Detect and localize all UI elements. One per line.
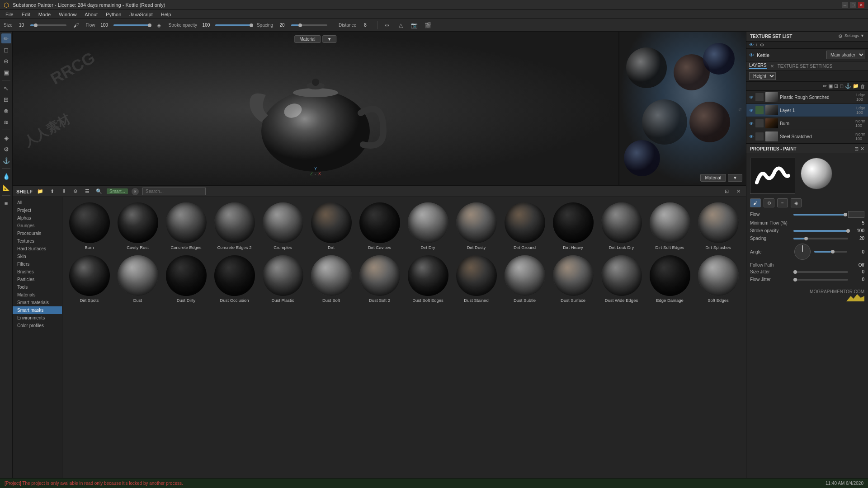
distance-value[interactable]: 8 [359, 23, 372, 28]
layer-paint-icon[interactable]: ✏ [823, 83, 827, 89]
layer-eye-0[interactable]: 👁 [749, 95, 754, 100]
texture-set-eye[interactable]: 👁 [749, 52, 754, 58]
spacing-prop-slider[interactable] [793, 238, 848, 239]
smear-tool[interactable]: ≋ [1, 117, 11, 127]
viewport-left[interactable]: RRCG 人人素材 [13, 32, 619, 185]
texture-set-shader[interactable]: Main shader [826, 51, 865, 59]
shelf-item-dust_dirty[interactable]: Dust Dirty [163, 253, 209, 305]
fill-tool[interactable]: ▣ [1, 67, 11, 77]
layer-mask-icon[interactable]: ◻ [840, 83, 844, 89]
eye-dropper-tool[interactable]: 💧 [1, 171, 11, 181]
shelf-item-dust_soft[interactable]: Dust Soft [308, 253, 354, 305]
select-tool[interactable]: ↖ [1, 83, 11, 93]
category-item-textures[interactable]: Textures [13, 237, 62, 245]
prop-tab-settings[interactable]: ⚙ [764, 198, 774, 207]
shelf-item-dirt[interactable]: Dirt [308, 201, 354, 252]
minimize-button[interactable]: ─ [842, 2, 848, 8]
ts-add-icon[interactable]: + [755, 42, 758, 47]
shelf-filter-clear[interactable]: ✕ [132, 188, 139, 195]
anchor-tool[interactable]: ⚓ [1, 155, 11, 165]
shelf-new-icon[interactable]: 📁 [36, 188, 44, 196]
shelf-item-dirt_spots[interactable]: Dirt Spots [66, 253, 113, 305]
shelf-filter-tag[interactable]: Smart... [107, 188, 128, 194]
symmetry-icon[interactable]: ⇔ [383, 21, 391, 29]
menu-window[interactable]: Window [55, 11, 80, 18]
shelf-item-dust_plastic[interactable]: Dust Plastic [259, 253, 306, 305]
shelf-filter-icon[interactable]: ☰ [83, 188, 91, 196]
render-icon[interactable]: 🎬 [424, 21, 432, 29]
texture-set-name[interactable]: Kettle [757, 52, 824, 58]
viewport-mode-btn-left[interactable]: Material [294, 35, 321, 43]
transform-tool[interactable]: ⊞ [1, 94, 11, 104]
shelf-item-edge_damage[interactable]: Edge Damage [646, 253, 693, 305]
shelf-item-soft_edges[interactable]: Soft Edges [695, 253, 741, 305]
category-item-alphas[interactable]: Alphas [13, 214, 62, 222]
menu-javascript[interactable]: JavaScript [126, 11, 156, 18]
category-item-color_profiles[interactable]: Color profiles [13, 322, 62, 329]
flow-slider[interactable] [113, 24, 150, 26]
shelf-item-dust[interactable]: Dust [114, 253, 161, 305]
flow-jitter-slider[interactable] [793, 279, 848, 281]
paint-tool[interactable]: ✏ [1, 33, 11, 43]
size-value[interactable]: 10 [15, 23, 28, 28]
eraser-tool[interactable]: ◻ [1, 45, 11, 55]
shelf-import-icon[interactable]: ⬆ [48, 188, 56, 196]
shelf-item-dust_surface[interactable]: Dust Surface [550, 253, 596, 305]
ts-dropdown-icon[interactable]: Settings ▼ [844, 33, 864, 39]
layer-folder-icon[interactable]: 📁 [853, 83, 859, 89]
shelf-item-crumples[interactable]: Crumples [259, 201, 306, 252]
shelf-item-dust_soft_edges[interactable]: Dust Soft Edges [405, 253, 451, 305]
layer-row[interactable]: 👁 Plastic Rough Scratched Ldge 100 [746, 91, 868, 104]
menu-python[interactable]: Python [102, 11, 125, 18]
brush-size-icon[interactable]: △ [396, 21, 405, 29]
maximize-button[interactable]: □ [850, 2, 856, 8]
ts-settings2-icon[interactable]: ⚙ [760, 42, 764, 47]
properties-pop-icon[interactable]: ⊡ [854, 146, 859, 152]
category-item-filters[interactable]: Filters [13, 260, 62, 268]
shelf-item-dust_soft_2[interactable]: Dust Soft 2 [356, 253, 403, 305]
shelf-item-dirt_leak_dry[interactable]: Dirt Leak Dry [598, 201, 645, 252]
stroke-value[interactable]: 100 [200, 23, 212, 28]
angle-dial[interactable] [794, 244, 811, 260]
prop-tab-brush[interactable]: 🖌 [750, 198, 761, 207]
category-item-project[interactable]: Project [13, 206, 62, 214]
stroke-opacity-slider[interactable] [793, 230, 848, 232]
clone-tool[interactable]: ⊗ [1, 106, 11, 116]
layers-panel-btn[interactable]: ≡ [1, 198, 11, 208]
tab-layers[interactable]: LAYERS [749, 63, 767, 69]
shelf-item-dirt_heavy[interactable]: Dirt Heavy [550, 201, 596, 252]
category-item-particles[interactable]: Particles [13, 276, 62, 283]
layer-fx-icon[interactable]: ⊞ [834, 83, 838, 89]
viewport-right[interactable]: Material ▼ U [619, 32, 746, 185]
titlebar-controls[interactable]: ─ □ ✕ [842, 2, 864, 8]
smart-material-tool[interactable]: ◈ [1, 133, 11, 143]
menu-about[interactable]: About [81, 11, 101, 18]
shelf-item-dirt_dry[interactable]: Dirt Dry [405, 201, 451, 252]
prop-tab-color[interactable]: ◉ [791, 198, 802, 207]
category-item-all[interactable]: All [13, 199, 62, 206]
layer-fill-icon[interactable]: ▣ [828, 83, 833, 89]
stroke-slider[interactable] [215, 24, 251, 26]
shelf-item-dirt_ground[interactable]: Dirt Ground [501, 201, 548, 252]
shelf-item-dirt_splashes[interactable]: Dirt Splashes [695, 201, 741, 252]
menu-mode[interactable]: Mode [35, 11, 55, 18]
shelf-item-dust_occlusion[interactable]: Dust Occlusion [211, 253, 258, 305]
ts-settings-icon[interactable]: ⚙ [838, 33, 843, 39]
shelf-pop-out-icon[interactable]: ⊡ [722, 188, 731, 196]
shelf-item-burn[interactable]: Burn [66, 201, 113, 252]
shelf-item-dirt_dusty[interactable]: Dirt Dusty [453, 201, 500, 252]
category-item-smart_materials[interactable]: Smart materials [13, 299, 62, 306]
ts-visibility-icon[interactable]: 👁 [749, 42, 754, 47]
angle-slider[interactable] [814, 251, 847, 253]
shelf-close-icon[interactable]: ✕ [734, 188, 742, 196]
menu-edit[interactable]: Edit [18, 11, 34, 18]
category-item-grunges[interactable]: Grunges [13, 222, 62, 230]
camera-icon[interactable]: 📷 [410, 21, 418, 29]
viewport-mode-dropdown-left[interactable]: ▼ [322, 35, 337, 43]
viewport-mode-btn-right[interactable]: Material [700, 174, 726, 182]
properties-close-icon[interactable]: ✕ [860, 146, 864, 152]
category-item-smart_masks[interactable]: Smart masks [13, 306, 62, 314]
shelf-item-dust_stained[interactable]: Dust Stained [453, 253, 500, 305]
category-item-procedurals[interactable]: Procedurals [13, 230, 62, 237]
layer-row-burn[interactable]: 👁 Burn Norm 100 [746, 117, 868, 130]
